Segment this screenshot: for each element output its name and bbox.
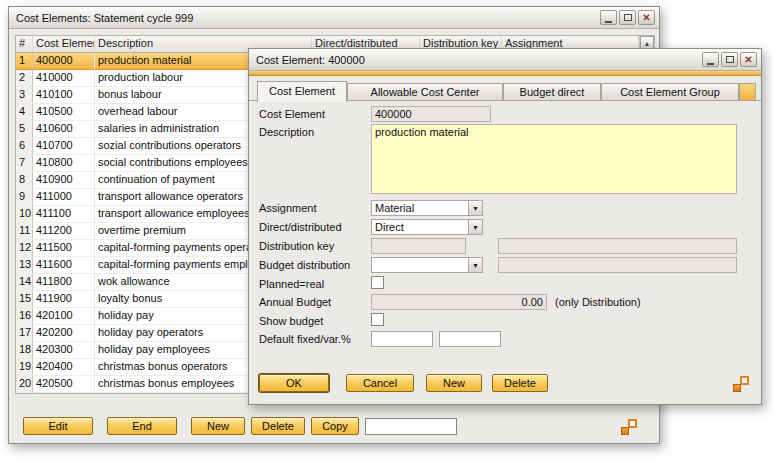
dialog-delete-button[interactable]: Delete xyxy=(492,374,548,392)
copy-button[interactable]: Copy xyxy=(311,417,359,435)
cell-code: 420400 xyxy=(33,359,95,376)
cell-num: 19 xyxy=(16,359,33,376)
budget-distribution-name-field[interactable] xyxy=(498,257,737,273)
direct-distributed-select[interactable]: Direct ▼ xyxy=(371,219,483,235)
cell-code: 420300 xyxy=(33,342,95,359)
close-button[interactable]: ✕ xyxy=(638,10,655,25)
dialog-window-controls: ✕ xyxy=(702,52,757,67)
minimize-button[interactable] xyxy=(600,10,617,25)
distribution-key-field[interactable] xyxy=(371,238,466,254)
tab-overflow-stub[interactable] xyxy=(739,83,756,101)
maximize-button[interactable] xyxy=(619,10,636,25)
main-window-controls: ✕ xyxy=(600,10,655,25)
dialog-titlebar[interactable]: Cost Element: 400000 ✕ xyxy=(249,49,761,71)
show-budget-checkbox[interactable] xyxy=(371,313,384,326)
close-icon: ✕ xyxy=(744,55,752,65)
cell-code: 420200 xyxy=(33,325,95,342)
description-label: Description xyxy=(259,126,314,138)
cell-num: 12 xyxy=(16,240,33,257)
cell-code: 411200 xyxy=(33,223,95,240)
tab-allowable-cost-center[interactable]: Allowable Cost Center xyxy=(347,83,503,101)
default-var-field[interactable] xyxy=(439,331,501,347)
cell-code: 411600 xyxy=(33,257,95,274)
dialog-new-button[interactable]: New xyxy=(426,374,482,392)
dialog-title: Cost Element: 400000 xyxy=(256,54,365,66)
main-window-title: Cost Elements: Statement cycle 999 xyxy=(16,12,193,24)
annual-budget-field[interactable]: 0.00 xyxy=(371,294,547,310)
maximize-button[interactable] xyxy=(721,52,738,67)
cell-num: 16 xyxy=(16,308,33,325)
minimize-icon xyxy=(707,63,714,65)
expand-form-icon-part xyxy=(628,419,637,428)
cell-num: 18 xyxy=(16,342,33,359)
edit-button[interactable]: Edit xyxy=(23,417,93,435)
tab-cost-element-group[interactable]: Cost Element Group xyxy=(601,83,739,101)
close-button[interactable]: ✕ xyxy=(740,52,757,67)
cell-num: 20 xyxy=(16,376,33,393)
cell-num: 11 xyxy=(16,223,33,240)
show-budget-label: Show budget xyxy=(259,315,323,327)
cell-num: 6 xyxy=(16,138,33,155)
cell-code: 410000 xyxy=(33,70,95,87)
tab-budget-direct[interactable]: Budget direct xyxy=(503,83,601,101)
expand-form-icon-part xyxy=(740,376,749,385)
budget-distribution-value xyxy=(372,258,468,272)
cost-element-field[interactable]: 400000 xyxy=(371,106,491,122)
planned-real-label: Planned=real xyxy=(259,278,324,290)
main-window-titlebar[interactable]: Cost Elements: Statement cycle 999 ✕ xyxy=(9,7,659,29)
ok-button[interactable]: OK xyxy=(259,374,329,392)
minimize-icon xyxy=(605,21,612,23)
description-textarea[interactable]: production material xyxy=(371,124,737,194)
cell-num: 9 xyxy=(16,189,33,206)
column-header-cost-element[interactable]: Cost Elemen xyxy=(33,36,95,52)
cell-code: 420100 xyxy=(33,308,95,325)
cell-num: 7 xyxy=(16,155,33,172)
footer-input[interactable] xyxy=(365,418,457,435)
minimize-button[interactable] xyxy=(702,52,719,67)
active-window-accent-bar xyxy=(249,71,761,76)
end-button[interactable]: End xyxy=(107,417,177,435)
assignment-label: Assignment xyxy=(259,202,316,214)
budget-distribution-select[interactable]: ▼ xyxy=(371,257,483,273)
cost-element-label: Cost Element xyxy=(259,108,325,120)
desktop: Cost Elements: Statement cycle 999 ✕ # C… xyxy=(0,0,773,460)
cell-num: 3 xyxy=(16,87,33,104)
annual-budget-label: Annual Budget xyxy=(259,296,331,308)
delete-button[interactable]: Delete xyxy=(251,417,305,435)
cell-code: 411100 xyxy=(33,206,95,223)
chevron-down-icon[interactable]: ▼ xyxy=(468,220,482,234)
cell-num: 15 xyxy=(16,291,33,308)
cell-num: 17 xyxy=(16,325,33,342)
close-icon: ✕ xyxy=(642,13,650,23)
expand-form-icon[interactable] xyxy=(621,419,637,435)
cost-element-dialog: Cost Element: 400000 ✕ Cost Element Allo… xyxy=(248,48,762,405)
default-fixed-var-label: Default fixed/var.% xyxy=(259,333,351,345)
distribution-key-name-field[interactable] xyxy=(498,238,737,254)
chevron-down-icon[interactable]: ▼ xyxy=(468,201,482,215)
expand-form-icon[interactable] xyxy=(733,376,749,392)
maximize-icon xyxy=(726,56,734,63)
budget-distribution-label: Budget distribution xyxy=(259,259,350,271)
default-fixed-field[interactable] xyxy=(371,331,433,347)
cell-num: 14 xyxy=(16,274,33,291)
column-header-num[interactable]: # xyxy=(16,36,33,52)
cell-code: 411000 xyxy=(33,189,95,206)
chevron-down-icon[interactable]: ▼ xyxy=(468,258,482,272)
cell-num: 13 xyxy=(16,257,33,274)
cancel-button[interactable]: Cancel xyxy=(346,374,414,392)
tab-cost-element[interactable]: Cost Element xyxy=(257,81,347,102)
cell-code: 410800 xyxy=(33,155,95,172)
assignment-select[interactable]: Material ▼ xyxy=(371,200,483,216)
cell-num: 2 xyxy=(16,70,33,87)
cell-num: 4 xyxy=(16,104,33,121)
assignment-value: Material xyxy=(372,201,468,215)
cell-code: 411800 xyxy=(33,274,95,291)
cell-code: 400000 xyxy=(33,53,95,70)
distribution-key-label: Distribution key xyxy=(259,240,334,252)
cell-num: 5 xyxy=(16,121,33,138)
cell-code: 411500 xyxy=(33,240,95,257)
cell-num: 1 xyxy=(16,53,33,70)
expand-form-icon-part xyxy=(621,427,629,435)
new-button[interactable]: New xyxy=(191,417,245,435)
planned-real-checkbox[interactable] xyxy=(371,276,384,289)
